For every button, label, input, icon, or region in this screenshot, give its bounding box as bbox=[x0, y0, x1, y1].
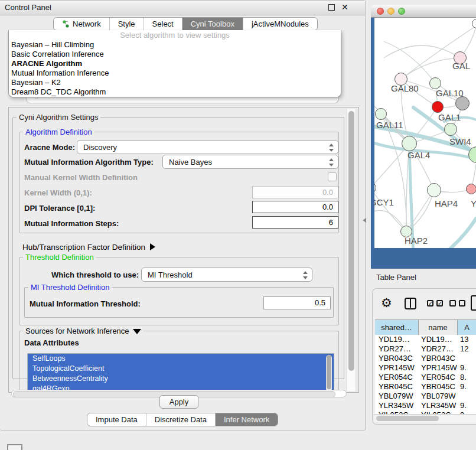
network-node[interactable] bbox=[375, 108, 387, 120]
table-cell: 9. bbox=[458, 401, 476, 410]
unchecked-checkbox-icon[interactable] bbox=[449, 300, 456, 306]
control-panel-title: Control Panel bbox=[5, 3, 51, 12]
sources-toggle[interactable]: Sources for Network Inference bbox=[23, 327, 144, 335]
sources-title: Sources for Network Inference bbox=[25, 327, 129, 335]
mi-steps-field[interactable]: 6 bbox=[252, 216, 338, 229]
algorithm-definition-title: Algorithm Definition bbox=[23, 128, 94, 136]
apply-button[interactable]: Apply bbox=[159, 395, 198, 409]
table-row[interactable]: YBR043CYBR043C bbox=[375, 354, 476, 363]
minimized-panel-icon[interactable] bbox=[7, 444, 22, 450]
zoom-traffic-light-icon[interactable] bbox=[398, 8, 405, 15]
attribute-item-topologicalcoefficient[interactable]: TopologicalCoefficient bbox=[28, 364, 334, 374]
network-node[interactable] bbox=[402, 136, 417, 151]
column-header-shared[interactable]: shared… bbox=[375, 320, 419, 335]
tab-label: Discretize Data bbox=[155, 415, 207, 424]
collapse-down-icon bbox=[133, 329, 141, 334]
mi-steps-label: Mutual Information Steps: bbox=[24, 219, 119, 228]
control-panel-window: Control Panel ✕ NetworkStyleSelectCyni T… bbox=[0, 0, 366, 431]
checked-checkbox-icon[interactable]: ✓ bbox=[427, 300, 433, 306]
network-window-titlebar[interactable] bbox=[371, 5, 476, 18]
tab-network[interactable]: Network bbox=[54, 18, 110, 30]
stepper-icon bbox=[302, 270, 308, 280]
table-cell: YLR345W bbox=[375, 401, 419, 410]
gear-icon[interactable]: ⚙ bbox=[381, 296, 392, 310]
table-row[interactable]: YER054CYER054C8. bbox=[375, 373, 476, 382]
node-label-swi4: SWI4 bbox=[449, 136, 471, 146]
aracne-mode-combo[interactable]: Discovery bbox=[77, 140, 338, 154]
threshold-definition-group: Threshold Definition Which threshold to … bbox=[19, 257, 339, 325]
table-hscroll-thumb[interactable] bbox=[376, 416, 439, 421]
manual-kernel-checkbox[interactable] bbox=[328, 172, 337, 181]
vscroll-thumb[interactable] bbox=[348, 111, 354, 371]
control-panel-tab-bar: NetworkStyleSelectCyni ToolboxjActiveMNo… bbox=[53, 17, 318, 31]
tab-jactivemnodules[interactable]: jActiveMNodules bbox=[243, 18, 317, 30]
algorithm-option-basic-correlation-inference[interactable]: Basic Correlation Inference bbox=[9, 50, 341, 59]
table-horizontal-scrollbar[interactable] bbox=[374, 414, 476, 422]
table-row[interactable]: YLR345WYLR345W9. bbox=[375, 401, 476, 410]
columns-icon[interactable] bbox=[405, 298, 416, 309]
table-cell: YLR345W bbox=[419, 401, 458, 410]
network-node[interactable] bbox=[429, 77, 441, 89]
hub-section-toggle[interactable]: Hub/Transcription Factor Definition bbox=[22, 243, 155, 252]
attributes-scrollbar[interactable] bbox=[326, 355, 332, 392]
tab-infer-network[interactable]: Infer Network bbox=[216, 413, 278, 426]
float-window-icon[interactable] bbox=[328, 4, 335, 11]
algorithm-dropdown-placeholder: Select algorithm to view settings bbox=[9, 30, 341, 40]
network-node[interactable] bbox=[444, 123, 457, 136]
splitter-collapse-arrow[interactable] bbox=[363, 218, 366, 223]
table-row[interactable]: YDR27…YDR27…12 bbox=[375, 344, 476, 354]
close-traffic-light-icon[interactable] bbox=[377, 8, 384, 15]
which-threshold-combo[interactable]: MI Threshold bbox=[141, 268, 312, 282]
node-label-gal: GAL bbox=[452, 61, 470, 71]
network-node[interactable] bbox=[427, 183, 441, 197]
table-cell bbox=[458, 392, 476, 401]
attribute-item-betweennesscentrality[interactable]: BetweennessCentrality bbox=[28, 374, 334, 384]
tab-style[interactable]: Style bbox=[110, 18, 144, 30]
network-node[interactable] bbox=[466, 184, 476, 194]
table-cell: YER054C bbox=[375, 373, 419, 382]
algorithm-option-aracne-algorithm[interactable]: ARACNE Algorithm bbox=[9, 59, 341, 69]
algorithm-option-dream8-dc-tdc-algorithm[interactable]: Dream8 DC_TDC Algorithm bbox=[9, 87, 341, 97]
close-panel-icon[interactable]: ✕ bbox=[341, 2, 348, 12]
table-cell: 9. bbox=[458, 382, 476, 392]
data-attributes-list[interactable]: SelfLoopsTopologicalCoefficientBetweenne… bbox=[27, 353, 334, 395]
algorithm-option-bayesian-k2[interactable]: Bayesian – K2 bbox=[9, 78, 341, 87]
mi-type-value: Naive Bayes bbox=[169, 158, 212, 167]
column-header-a[interactable]: A bbox=[458, 320, 476, 335]
column-header-name[interactable]: name bbox=[419, 320, 458, 335]
table-cell: 8. bbox=[458, 373, 476, 382]
tab-impute-data[interactable]: Impute Data bbox=[87, 413, 146, 426]
mi-type-combo[interactable]: Naive Bayes bbox=[162, 155, 338, 169]
dpi-tolerance-field[interactable]: 0.0 bbox=[252, 201, 338, 213]
tab-cyni-toolbox[interactable]: Cyni Toolbox bbox=[182, 18, 243, 30]
network-canvas[interactable]: GALGAL80GAL10GAL1GAL11SWI4GAL4GCY1HAP4YH… bbox=[374, 18, 476, 248]
dpi-tolerance-label: DPI Tolerance [0,1]: bbox=[24, 204, 95, 213]
network-window-frame bbox=[371, 248, 476, 269]
checked-checkbox-icon[interactable]: ✓ bbox=[436, 300, 443, 306]
table-row[interactable]: YBL079WYBL079W bbox=[375, 392, 476, 401]
expand-right-icon bbox=[150, 243, 155, 250]
algorithm-option-mutual-information-inference[interactable]: Mutual Information Inference bbox=[9, 69, 341, 78]
table-row[interactable]: YPR145WYPR145W9. bbox=[375, 363, 476, 373]
table-cell: YDR27… bbox=[375, 344, 419, 354]
cyni-algorithm-settings-title: Cyni Algorithm Settings bbox=[17, 113, 100, 122]
table-row[interactable]: YDL19…YDL19…13 bbox=[375, 335, 476, 344]
mi-threshold-field[interactable]: 0.5 bbox=[263, 296, 331, 309]
tab-discretize-data[interactable]: Discretize Data bbox=[146, 413, 216, 426]
attribute-item-selfloops[interactable]: SelfLoops bbox=[28, 354, 334, 364]
network-node[interactable] bbox=[455, 96, 470, 110]
tab-label: Cyni Toolbox bbox=[191, 19, 234, 28]
node-label-gal10: GAL10 bbox=[436, 88, 464, 98]
table-cell: YPR145W bbox=[375, 363, 419, 373]
document-icon[interactable] bbox=[471, 295, 476, 311]
settings-vertical-scrollbar[interactable] bbox=[347, 109, 355, 391]
table-cell: YBR043C bbox=[419, 354, 458, 363]
node-label-gal11: GAL11 bbox=[376, 120, 403, 130]
table-row[interactable]: YBR045CYBR045C9. bbox=[375, 382, 476, 392]
tab-select[interactable]: Select bbox=[144, 18, 182, 30]
algorithm-option-bayesian-hill-climbing[interactable]: Bayesian – Hill Climbing bbox=[9, 40, 341, 50]
network-node[interactable] bbox=[432, 101, 444, 113]
minimize-traffic-light-icon[interactable] bbox=[387, 8, 395, 15]
unchecked-checkbox-icon[interactable] bbox=[459, 300, 465, 306]
table-header-row: shared…nameA bbox=[375, 319, 476, 335]
